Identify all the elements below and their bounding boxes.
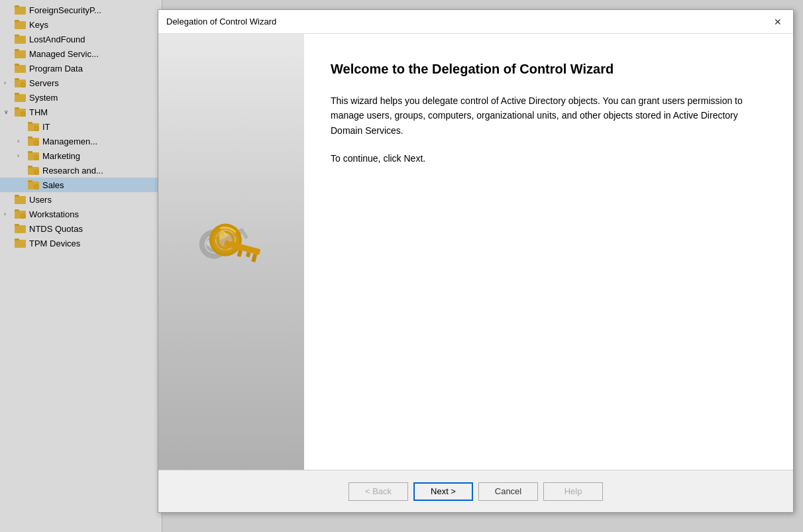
dialog-overlay: Delegation of Control Wizard ✕ (0, 0, 803, 532)
wizard-description: This wizard helps you delegate control o… (331, 93, 767, 138)
cancel-button[interactable]: Cancel (478, 482, 538, 501)
wizard-heading: Welcome to the Delegation of Control Wiz… (331, 60, 767, 78)
delegation-wizard-dialog: Delegation of Control Wizard ✕ (158, 9, 794, 513)
svg-rect-62 (246, 252, 251, 257)
keys-icon (188, 209, 274, 295)
help-button[interactable]: Help (543, 482, 603, 501)
wizard-content: Welcome to the Delegation of Control Wiz… (304, 34, 793, 470)
next-button[interactable]: Next > (413, 482, 473, 501)
wizard-image-panel (158, 34, 304, 470)
back-button[interactable]: < Back (348, 482, 408, 501)
dialog-titlebar: Delegation of Control Wizard ✕ (158, 10, 793, 34)
dialog-body: Welcome to the Delegation of Control Wiz… (158, 34, 793, 470)
dialog-footer: < Back Next > Cancel Help (158, 470, 793, 512)
close-button[interactable]: ✕ (771, 15, 785, 29)
svg-rect-61 (237, 250, 242, 257)
wizard-continue-text: To continue, click Next. (331, 151, 767, 166)
dialog-title: Delegation of Control Wizard (166, 17, 276, 27)
svg-rect-63 (251, 254, 257, 262)
